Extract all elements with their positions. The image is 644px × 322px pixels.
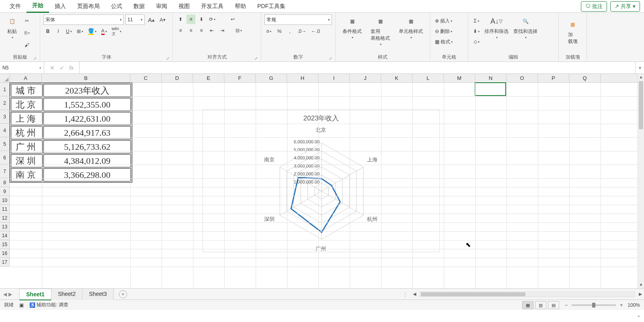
currency-button[interactable]: ¤▾ [265, 26, 273, 36]
annotate-button[interactable]: 🗨批注 [581, 1, 607, 12]
row-header-10[interactable]: 10 [0, 196, 9, 205]
find-select-button[interactable]: 🔍查找和选择▾ [512, 14, 539, 40]
zoom-in-button[interactable]: + [620, 302, 623, 308]
menu-devtools[interactable]: 开发工具 [195, 0, 229, 12]
col-header-A[interactable]: A [10, 74, 42, 82]
fill-color-button[interactable]: 🪣▾ [86, 26, 98, 36]
row-header-17[interactable]: 17 [0, 258, 9, 267]
zoom-slider[interactable] [572, 304, 616, 306]
share-button[interactable]: ↗共享▾ [610, 1, 640, 12]
col-header-Q[interactable]: Q [569, 74, 601, 82]
row-header-9[interactable]: 9 [0, 187, 9, 196]
menu-review[interactable]: 审阅 [150, 0, 173, 12]
insert-cells-button[interactable]: ⊕ 插入▾ [433, 16, 466, 26]
menu-help[interactable]: 帮助 [229, 0, 252, 12]
scroll-down-icon[interactable]: ▼ [638, 282, 644, 288]
col-header-M[interactable]: M [444, 74, 475, 82]
row-header-12[interactable]: 12 [0, 214, 9, 222]
wrap-text-button[interactable]: ↩ [228, 14, 237, 24]
zoom-out-button[interactable]: − [565, 302, 568, 308]
row-header-14[interactable]: 14 [0, 231, 9, 240]
phonetic-button[interactable]: wén文▾ [110, 26, 123, 36]
font-color-button[interactable]: A▾ [100, 26, 109, 36]
font-launcher-icon[interactable]: ⤢ [166, 56, 169, 61]
decrease-font-button[interactable]: A▾ [158, 15, 167, 24]
hscroll-thumb[interactable] [421, 292, 525, 296]
menu-file[interactable]: 文件 [4, 0, 27, 12]
col-header-F[interactable]: F [224, 74, 256, 82]
col-header-J[interactable]: J [350, 74, 381, 82]
header-revenue[interactable]: 2023年收入 [43, 84, 131, 97]
number-launcher-icon[interactable]: ⤢ [329, 56, 332, 61]
copy-button[interactable]: ⎘▾ [23, 28, 31, 38]
align-launcher-icon[interactable]: ⤢ [254, 56, 258, 61]
align-middle-button[interactable]: ≡ [187, 14, 195, 24]
formula-input[interactable] [80, 62, 635, 73]
row-header-2[interactable]: 2 [0, 96, 9, 110]
decrease-indent-button[interactable]: ⇤ [207, 26, 216, 35]
font-name-select[interactable]: 宋体▾ [43, 14, 124, 25]
decrease-decimal-button[interactable]: ←.0 [310, 26, 322, 36]
sheet-tab-2[interactable]: Sheet2 [51, 288, 82, 300]
collapse-ribbon-icon[interactable]: ⌃ [637, 315, 641, 320]
vscroll-thumb[interactable] [639, 81, 643, 129]
align-left-button[interactable]: ≡ [176, 26, 185, 35]
increase-indent-button[interactable]: ⇥ [218, 26, 227, 35]
row-header-8[interactable]: 8 [0, 178, 9, 187]
scroll-up-icon[interactable]: ▲ [638, 74, 644, 80]
horizontal-scrollbar[interactable]: ⋮ ◀ ▶ [403, 291, 644, 297]
fill-button[interactable]: ⬇▾ [472, 26, 481, 36]
col-header-C[interactable]: C [130, 74, 162, 82]
col-header-P[interactable]: P [538, 74, 569, 82]
increase-font-button[interactable]: A▴ [146, 15, 156, 24]
select-all-corner[interactable] [0, 74, 10, 83]
menu-home[interactable]: 开始 [27, 0, 49, 13]
align-bottom-button[interactable]: ⬇ [197, 14, 206, 24]
col-header-D[interactable]: D [162, 74, 193, 82]
menu-view[interactable]: 视图 [173, 0, 195, 12]
col-header-K[interactable]: K [381, 74, 412, 82]
table-row[interactable]: 广州 [11, 140, 43, 153]
data-table[interactable]: 城市2023年收入 北京1,552,355.00 上海1,422,631.00 … [10, 83, 132, 183]
italic-button[interactable]: I [54, 26, 63, 36]
align-top-button[interactable]: ⬆ [176, 14, 185, 24]
menu-formulas[interactable]: 公式 [105, 0, 128, 12]
increase-decimal-button[interactable]: .0→ [296, 26, 308, 36]
vertical-scrollbar[interactable]: ▲ ▼ [638, 74, 644, 288]
addins-button[interactable]: ▦加 载项 [564, 18, 582, 46]
conditional-format-button[interactable]: ▦条件格式▾ [341, 14, 363, 40]
row-header-11[interactable]: 11 [0, 205, 9, 214]
table-row[interactable]: 深圳 [11, 154, 43, 167]
table-format-button[interactable]: ▦套用 表格格式▾ [369, 14, 392, 47]
row-header-3[interactable]: 3 [0, 110, 9, 124]
align-right-button[interactable]: ≡ [197, 26, 206, 35]
sheet-tab-3[interactable]: Sheet3 [82, 288, 113, 300]
paste-button[interactable]: 📋 粘贴▾ [3, 14, 21, 40]
col-header-I[interactable]: I [318, 74, 350, 82]
format-painter-button[interactable]: 🖌 [23, 40, 31, 50]
view-normal-button[interactable]: ▦ [522, 301, 533, 309]
name-box[interactable]: N5▾ [0, 62, 44, 73]
accessibility-status[interactable]: 辅助功能: 调查 [37, 302, 68, 308]
number-format-select[interactable]: 常规▾ [265, 14, 332, 25]
format-cells-button[interactable]: ▦ 格式▾ [433, 37, 466, 47]
accept-formula-icon[interactable]: ✓ [59, 65, 64, 71]
row-header-15[interactable]: 15 [0, 240, 9, 249]
comma-button[interactable]: , [285, 26, 294, 36]
row-header-6[interactable]: 6 [0, 151, 9, 165]
delete-cells-button[interactable]: ⊖ 删除▾ [433, 26, 466, 36]
fx-icon[interactable]: fx [69, 65, 74, 71]
underline-button[interactable]: U▾ [64, 26, 74, 36]
spreadsheet-grid[interactable]: ABCDEFGHIJKLMNOPQ 1234567891011121314151… [0, 74, 644, 288]
percent-button[interactable]: % [275, 26, 284, 36]
expand-formula-icon[interactable]: ▾ [635, 62, 644, 73]
header-city[interactable]: 城市 [11, 84, 43, 97]
col-header-L[interactable]: L [412, 74, 444, 82]
next-sheet-icon[interactable]: ▶ [8, 291, 12, 297]
row-header-4[interactable]: 4 [0, 124, 9, 137]
scroll-right-icon[interactable]: ▶ [637, 291, 644, 297]
menu-insert[interactable]: 插入 [49, 0, 72, 12]
col-header-B[interactable]: B [42, 74, 130, 82]
column-headers[interactable]: ABCDEFGHIJKLMNOPQ [10, 74, 638, 83]
autosum-button[interactable]: Σ▾ [472, 16, 481, 26]
